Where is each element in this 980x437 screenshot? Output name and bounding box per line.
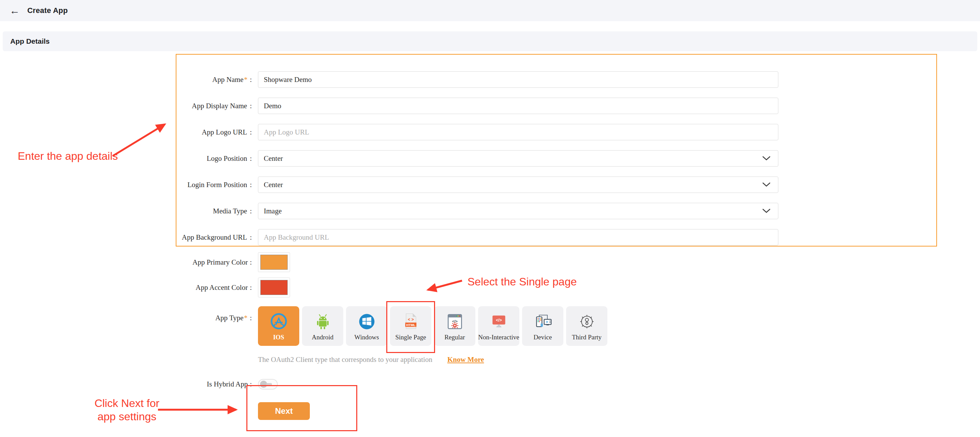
- next-button[interactable]: Next: [258, 402, 310, 420]
- chevron-down-icon: [762, 182, 770, 187]
- app-logo-url-input[interactable]: [258, 124, 778, 140]
- required-asterisk: *: [244, 75, 248, 84]
- form-row-app-background-url: App Background URL:: [0, 229, 980, 246]
- html-file-icon: < >HTML: [401, 311, 420, 332]
- form-row-is-hybrid: Is Hybrid App:: [0, 378, 980, 391]
- app-type-single-page-label: Single Page: [395, 333, 426, 341]
- app-type-device-label: Device: [534, 333, 552, 341]
- app-type-label: App Type*:: [0, 306, 258, 322]
- form-row-app-display-name: App Display Name:: [0, 98, 980, 114]
- login-form-position-select[interactable]: Center: [258, 177, 778, 193]
- required-asterisk: *: [244, 314, 248, 322]
- app-type-third-party[interactable]: Third Party: [566, 306, 608, 346]
- app-display-name-input[interactable]: [258, 98, 778, 114]
- media-type-value: Image: [264, 207, 282, 215]
- app-name-label: App Name*:: [0, 75, 258, 84]
- accent-color-swatch: [260, 280, 288, 295]
- form-row-app-type: App Type*: IOS Android Windows: [0, 306, 980, 346]
- logo-position-value: Center: [264, 154, 283, 163]
- app-logo-url-label: App Logo URL:: [0, 128, 258, 137]
- app-type-options: IOS Android Windows < >HTML Single Page: [258, 306, 608, 346]
- app-type-device[interactable]: Device: [522, 306, 563, 346]
- app-accent-color-picker[interactable]: [258, 278, 290, 297]
- primary-color-swatch: [260, 255, 288, 270]
- app-primary-color-picker[interactable]: [258, 252, 290, 272]
- logo-position-select[interactable]: Center: [258, 150, 778, 167]
- app-accent-color-label: App Accent Color:: [0, 283, 258, 292]
- phone-tv-icon: [533, 311, 553, 332]
- media-type-label: Media Type:: [0, 207, 258, 215]
- app-type-single-page[interactable]: < >HTML Single Page: [390, 306, 431, 346]
- app-type-windows-label: Windows: [354, 333, 379, 341]
- app-type-regular-label: Regular: [444, 333, 465, 341]
- page-title: Create App: [27, 6, 68, 15]
- login-form-position-label: Login Form Position:: [0, 180, 258, 189]
- oauth-helper-text: The OAuth2 Client type that corresponds …: [258, 356, 432, 364]
- form-row-logo-position: Logo Position: Center: [0, 150, 980, 167]
- app-background-url-label: App Background URL:: [0, 233, 258, 242]
- app-name-input[interactable]: [258, 71, 778, 88]
- login-form-position-value: Center: [264, 180, 283, 189]
- section-title: App Details: [10, 37, 50, 45]
- app-primary-color-label: App Primary Color:: [0, 258, 258, 266]
- app-type-regular[interactable]: </> Regular: [434, 306, 475, 346]
- create-app-form: App Name*: App Display Name: App Logo UR…: [0, 71, 980, 420]
- form-row-login-form-position: Login Form Position: Center: [0, 177, 980, 193]
- chevron-down-icon: [762, 156, 770, 161]
- form-row-media-type: Media Type: Image: [0, 203, 980, 219]
- android-icon: [313, 311, 332, 332]
- form-row-app-logo-url: App Logo URL:: [0, 124, 980, 140]
- section-header: App Details: [3, 32, 977, 51]
- app-type-ios[interactable]: IOS: [258, 306, 299, 346]
- is-hybrid-label: Is Hybrid App:: [0, 380, 258, 389]
- form-row-app-name: App Name*:: [0, 71, 980, 88]
- browser-gear-icon: </>: [445, 311, 465, 332]
- windows-icon: [357, 311, 376, 332]
- top-bar: ← Create App: [0, 0, 980, 21]
- app-type-non-interactive-label: Non-Interactive: [478, 333, 519, 341]
- monitor-code-icon: </>: [489, 311, 508, 332]
- app-display-name-label: App Display Name:: [0, 102, 258, 110]
- svg-text:< >: < >: [408, 317, 414, 322]
- back-arrow-icon[interactable]: ←: [10, 5, 20, 16]
- toggle-tail: [266, 383, 272, 386]
- app-type-third-party-label: Third Party: [572, 333, 601, 341]
- app-type-helper: The OAuth2 Client type that corresponds …: [258, 356, 980, 364]
- ios-app-store-icon: [269, 311, 289, 332]
- is-hybrid-toggle[interactable]: [258, 379, 278, 389]
- annotation-select-single-page: Select the Single page: [468, 275, 577, 289]
- svg-text:</>: </>: [496, 318, 502, 323]
- app-type-android-label: Android: [312, 333, 333, 341]
- annotation-enter-details: Enter the app details: [18, 150, 118, 163]
- know-more-link[interactable]: Know More: [447, 356, 484, 364]
- form-row-primary-color: App Primary Color:: [0, 252, 980, 272]
- app-type-ios-label: IOS: [273, 333, 284, 341]
- app-background-url-input[interactable]: [258, 229, 778, 246]
- chevron-down-icon: [762, 209, 770, 214]
- annotation-click-next: Click Next for app settings: [91, 397, 162, 423]
- svg-text:HTML: HTML: [406, 323, 415, 327]
- app-type-windows[interactable]: Windows: [346, 306, 387, 346]
- app-type-non-interactive[interactable]: </> Non-Interactive: [478, 306, 519, 346]
- gear-outline-icon: [578, 311, 597, 332]
- app-type-android[interactable]: Android: [302, 306, 343, 346]
- media-type-select[interactable]: Image: [258, 203, 778, 219]
